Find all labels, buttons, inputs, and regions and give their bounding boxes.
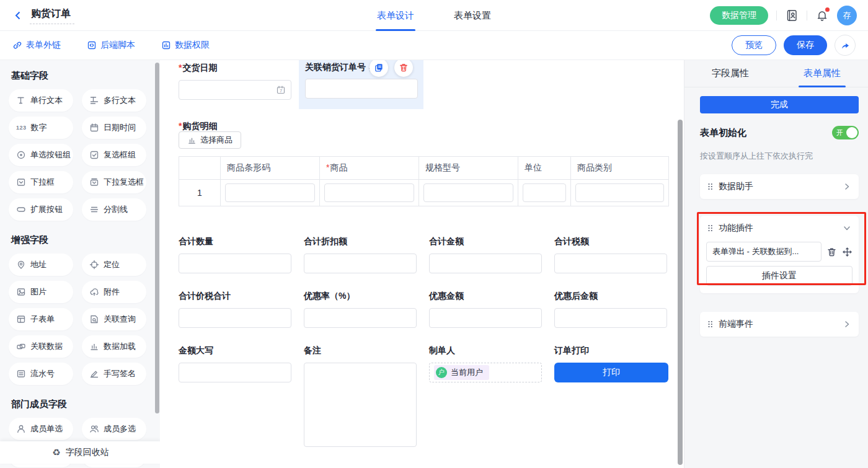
field-related-query[interactable]: 关联查询 <box>82 308 146 330</box>
delivery-date-input[interactable] <box>179 80 291 100</box>
barcode-input[interactable] <box>225 183 315 202</box>
avatar[interactable]: 存 <box>837 6 857 25</box>
sidebar-scrollbar[interactable] <box>155 63 159 413</box>
preview-button[interactable]: 预览 <box>732 35 776 55</box>
total-discount-input[interactable] <box>304 254 417 273</box>
card-data-assistant[interactable]: 数据助手 <box>700 174 859 199</box>
field-total-with-tax[interactable]: 合计价税合计 <box>179 291 291 328</box>
remark-textarea[interactable] <box>304 363 417 447</box>
related-order-input[interactable] <box>305 79 418 99</box>
recycle-icon: ♻ <box>52 447 60 458</box>
form-canvas: *交货日期 7 关联销货订单号 <box>160 60 684 468</box>
card-frontend-events[interactable]: 前端事件 <box>700 312 859 337</box>
print-button[interactable]: 打印 <box>554 363 668 382</box>
data-permission-link[interactable]: 数据权限 <box>161 40 210 51</box>
tab-field-properties[interactable]: 字段属性 <box>684 60 776 87</box>
total-qty-input[interactable] <box>179 254 291 273</box>
select-goods-button[interactable]: 选择商品 <box>179 131 241 149</box>
field-label: 交货日期 <box>182 63 217 73</box>
field-amount-words[interactable]: 金额大写 <box>179 345 291 382</box>
card-function-plugin[interactable]: 功能插件 表单弹出 - 关联数据到... 插件设置 <box>700 216 859 293</box>
field-radio-group[interactable]: 单选按钮组 <box>9 144 73 166</box>
save-button[interactable]: 保存 <box>784 35 827 55</box>
backend-script-link[interactable]: 后端脚本 <box>87 40 135 51</box>
field-detail-label: *购货明细 <box>179 121 217 132</box>
field-number[interactable]: 123 数字 <box>9 117 73 139</box>
field-member-single[interactable]: 成员单选 <box>9 418 73 440</box>
section-enhanced-fields: 增强字段 地址 定位 图片 附件 <box>9 234 160 385</box>
field-total-amount[interactable]: 合计金额 <box>429 236 542 273</box>
data-manage-button[interactable]: 数据管理 <box>710 6 768 25</box>
address-book-icon[interactable] <box>785 9 799 22</box>
field-order-print[interactable]: 订单打印 打印 <box>554 345 668 382</box>
field-delivery-date[interactable]: *交货日期 7 <box>179 63 291 100</box>
field-multi-text[interactable]: 多行文本 <box>82 89 146 112</box>
share-button[interactable] <box>835 35 856 56</box>
field-recycle-bin[interactable]: ♻ 字段回收站 <box>0 441 160 464</box>
field-discount-amount[interactable]: 优惠金额 <box>429 291 542 328</box>
move-plugin-icon[interactable] <box>842 247 852 257</box>
field-multi-select[interactable]: 下拉复选框 <box>82 171 146 193</box>
field-select[interactable]: 下拉框 <box>9 171 73 193</box>
field-attachment[interactable]: 附件 <box>82 281 146 303</box>
field-datetime[interactable]: 日期时间 <box>82 117 146 139</box>
field-data-load[interactable]: 数据加载 <box>82 335 146 358</box>
plugin-select[interactable]: 表单弹出 - 关联数据到... <box>706 242 822 262</box>
field-total-qty[interactable]: 合计数量 <box>179 236 291 273</box>
link-label: 表单外链 <box>26 40 61 51</box>
field-member-multi[interactable]: 成员多选 <box>82 418 146 440</box>
total-tax-input[interactable] <box>554 254 667 273</box>
field-image[interactable]: 图片 <box>9 281 73 303</box>
field-related-order-selected[interactable]: 关联销货订单号 <box>299 60 423 109</box>
field-total-discount[interactable]: 合计折扣额 <box>304 236 417 273</box>
delete-field-button[interactable] <box>394 60 413 77</box>
tab-form-design[interactable]: 表单设计 <box>377 0 414 31</box>
field-signature[interactable]: 手写签名 <box>82 363 146 385</box>
chevron-right-icon <box>843 182 851 191</box>
col-product: *商品 <box>320 157 419 180</box>
tab-form-properties[interactable]: 表单属性 <box>776 60 868 87</box>
form-init-toggle[interactable]: 开 <box>832 126 859 139</box>
duplicate-field-button[interactable] <box>370 60 388 77</box>
field-location[interactable]: 定位 <box>82 254 146 276</box>
chevron-down-icon <box>843 224 851 232</box>
plugin-settings-button[interactable]: 插件设置 <box>706 266 852 286</box>
field-subform[interactable]: 子表单 <box>9 308 73 330</box>
field-checkbox-group[interactable]: 复选框组 <box>82 144 146 166</box>
field-total-tax[interactable]: 合计税额 <box>554 236 667 273</box>
spec-input[interactable] <box>423 183 513 202</box>
done-button[interactable]: 完成 <box>700 96 859 113</box>
after-discount-input[interactable] <box>554 308 667 328</box>
field-related-data[interactable]: 关联数据 <box>9 335 73 358</box>
field-extend-button[interactable]: 扩展按钮 <box>9 198 73 221</box>
notification-bell-icon[interactable] <box>815 9 829 22</box>
amount-words-input[interactable] <box>179 363 291 382</box>
discount-amount-input[interactable] <box>429 308 542 328</box>
form-external-link[interactable]: 表单外链 <box>12 40 61 51</box>
delete-plugin-icon[interactable] <box>826 247 837 257</box>
tab-form-settings[interactable]: 表单设置 <box>454 0 491 31</box>
field-divider[interactable]: 分割线 <box>82 198 146 221</box>
field-discount-rate[interactable]: 优惠率（%） <box>304 291 417 328</box>
form-title[interactable]: 购货订单 <box>30 6 74 24</box>
total-with-tax-input[interactable] <box>179 308 291 328</box>
divider <box>807 11 807 20</box>
total-amount-input[interactable] <box>429 254 542 273</box>
canvas-scrollbar[interactable] <box>678 120 683 465</box>
field-single-text[interactable]: 单行文本 <box>9 89 73 112</box>
field-remark[interactable]: 备注 <box>304 345 417 449</box>
creator-box[interactable]: 户 当前用户 <box>429 363 542 382</box>
drag-handle-icon[interactable] <box>707 224 713 232</box>
category-input[interactable] <box>575 183 664 202</box>
field-after-discount[interactable]: 优惠后金额 <box>554 291 667 328</box>
field-address[interactable]: 地址 <box>9 254 73 276</box>
drag-handle-icon[interactable] <box>707 320 713 328</box>
field-creator[interactable]: 制单人 户 当前用户 <box>429 345 542 382</box>
drag-handle-icon[interactable] <box>707 183 713 190</box>
product-input[interactable] <box>324 183 414 202</box>
discount-rate-input[interactable] <box>304 308 417 328</box>
unit-input[interactable] <box>523 183 566 202</box>
property-tabs: 字段属性 表单属性 <box>684 60 868 87</box>
field-serial-number[interactable]: 流水号 <box>9 363 73 385</box>
back-icon[interactable] <box>12 10 24 21</box>
